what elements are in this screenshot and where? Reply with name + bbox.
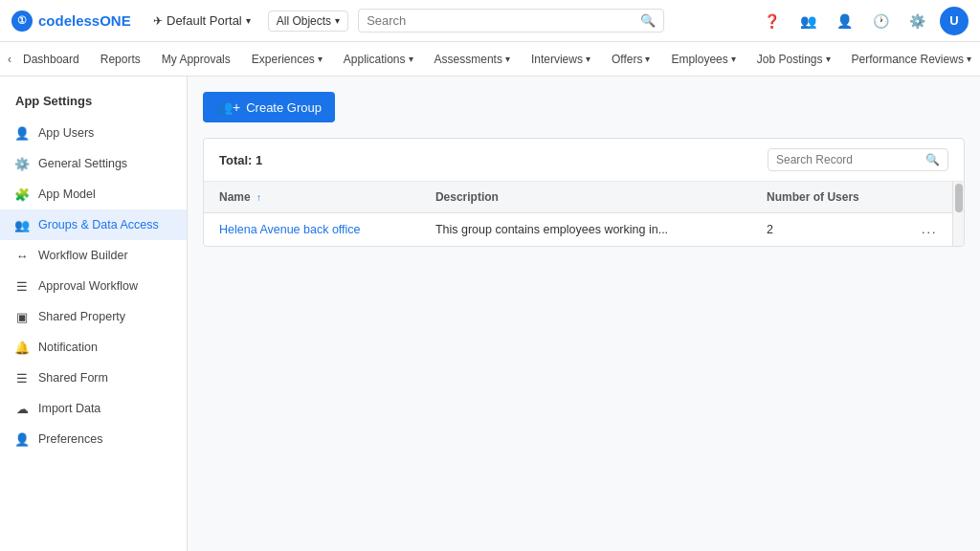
search-record-icon: 🔍 xyxy=(925,153,940,166)
second-nav: ‹ Dashboard Reports My Approvals Experie… xyxy=(0,42,980,77)
top-bar: ① codelessONE ✈ Default Portal ▾ All Obj… xyxy=(0,0,980,42)
group-name-link[interactable]: Helena Avenue back office xyxy=(219,223,361,236)
all-objects-dropdown[interactable]: All Objects ▾ xyxy=(268,11,348,32)
person-icon[interactable]: 👤 xyxy=(831,8,858,34)
cell-number-of-users: 2 xyxy=(751,213,906,247)
sidebar-item-app-model-label: App Model xyxy=(38,187,96,201)
sidebar-item-notification[interactable]: 🔔 Notification xyxy=(0,332,187,363)
main-layout: App Settings 👤 App Users ⚙️ General Sett… xyxy=(0,77,980,551)
create-group-button[interactable]: 👥+ Create Group xyxy=(203,92,335,122)
sidebar-item-app-model[interactable]: 🧩 App Model xyxy=(0,179,187,209)
sidebar-item-import-data[interactable]: ☁ Import Data xyxy=(0,393,187,424)
table-row: Helena Avenue back office This group con… xyxy=(204,213,964,247)
app-users-icon: 👤 xyxy=(13,124,31,142)
sidebar-item-workflow-builder-label: Workflow Builder xyxy=(38,249,128,262)
settings-icon[interactable]: ⚙️ xyxy=(903,8,930,34)
content-area: 👥+ Create Group Total: 1 🔍 Name xyxy=(188,77,980,551)
logo-icon: ① xyxy=(11,11,33,32)
nav-prev-button[interactable]: ‹ xyxy=(8,50,11,69)
nav-item-dashboard[interactable]: Dashboard xyxy=(13,47,89,72)
col-header-description: Description xyxy=(420,182,751,213)
help-icon[interactable]: ❓ xyxy=(758,8,785,34)
search-icon: 🔍 xyxy=(640,13,656,28)
sidebar-item-shared-property[interactable]: ▣ Shared Property xyxy=(0,301,187,332)
top-icons-group: ❓ 👥 👤 🕐 ⚙️ U xyxy=(758,7,969,35)
nav-item-reports[interactable]: Reports xyxy=(91,47,150,72)
sidebar-item-preferences[interactable]: 👤 Preferences xyxy=(0,424,187,454)
general-settings-icon: ⚙️ xyxy=(13,155,31,172)
nav-item-experiences[interactable]: Experiences xyxy=(242,47,332,72)
nav-item-job-postings[interactable]: Job Postings xyxy=(747,47,840,72)
users-icon[interactable]: 👥 xyxy=(794,8,821,34)
nav-item-employees[interactable]: Employees xyxy=(661,47,745,72)
global-search-bar[interactable]: 🔍 xyxy=(358,9,664,33)
sidebar-item-workflow-builder[interactable]: ↔ Workflow Builder xyxy=(0,240,187,271)
sidebar-item-groups-data-access[interactable]: 👥 Groups & Data Access xyxy=(0,209,187,240)
logo: ① codelessONE xyxy=(11,11,136,32)
shared-property-icon: ▣ xyxy=(13,308,31,325)
all-objects-chevron-icon: ▾ xyxy=(335,15,340,26)
groups-table: Name ↑ Description Number of Users xyxy=(204,182,964,246)
portal-selector[interactable]: ✈ Default Portal ▾ xyxy=(145,10,258,32)
scroll-thumb xyxy=(955,184,963,212)
logo-text: codelessONE xyxy=(38,12,131,29)
workflow-builder-icon: ↔ xyxy=(13,247,31,264)
sidebar-item-shared-property-label: Shared Property xyxy=(38,310,125,323)
table-scroll-wrapper: Name ↑ Description Number of Users xyxy=(204,182,964,246)
nav-item-assessments[interactable]: Assessments xyxy=(425,47,520,72)
shared-form-icon: ☰ xyxy=(13,369,31,386)
sort-icon-name[interactable]: ↑ xyxy=(256,192,261,203)
search-record-input[interactable] xyxy=(776,153,920,166)
table-body: Helena Avenue back office This group con… xyxy=(204,213,964,247)
portal-label: Default Portal xyxy=(167,13,242,28)
sidebar-item-approval-workflow-label: Approval Workflow xyxy=(38,279,138,293)
col-header-name: Name ↑ xyxy=(204,182,420,213)
sidebar-item-approval-workflow[interactable]: ☰ Approval Workflow xyxy=(0,271,187,301)
sidebar-item-groups-data-access-label: Groups & Data Access xyxy=(38,218,159,231)
total-count-label: Total: 1 xyxy=(219,153,262,167)
create-group-label: Create Group xyxy=(246,100,322,115)
sidebar-item-app-users[interactable]: 👤 App Users xyxy=(0,118,187,148)
nav-item-offers[interactable]: Offers xyxy=(602,47,659,72)
notification-icon: 🔔 xyxy=(13,339,31,356)
import-data-icon: ☁ xyxy=(13,400,31,417)
sidebar: App Settings 👤 App Users ⚙️ General Sett… xyxy=(0,77,188,551)
groups-table-card: Total: 1 🔍 Name ↑ D xyxy=(203,138,965,247)
all-objects-label: All Objects xyxy=(277,14,331,28)
col-header-number-of-users: Number of Users xyxy=(751,182,906,213)
create-group-icon: 👥+ xyxy=(216,99,240,115)
sidebar-item-shared-form[interactable]: ☰ Shared Form xyxy=(0,363,187,393)
global-search-input[interactable] xyxy=(367,13,635,28)
portal-dropdown-icon: ▾ xyxy=(246,15,251,26)
sidebar-item-notification-label: Notification xyxy=(38,341,98,354)
nav-item-my-approvals[interactable]: My Approvals xyxy=(152,47,240,72)
cell-description: This group contains employees working in… xyxy=(420,213,751,247)
sidebar-item-app-users-label: App Users xyxy=(38,126,94,140)
app-model-icon: 🧩 xyxy=(13,186,31,203)
table-scrollbar[interactable] xyxy=(952,182,964,246)
preferences-icon: 👤 xyxy=(13,430,31,448)
table-head: Name ↑ Description Number of Users xyxy=(204,182,964,213)
groups-data-access-icon: 👥 xyxy=(13,216,31,233)
sidebar-item-shared-form-label: Shared Form xyxy=(38,371,108,385)
table-header-row: Total: 1 🔍 xyxy=(204,139,964,182)
avatar[interactable]: U xyxy=(940,7,969,35)
sidebar-item-preferences-label: Preferences xyxy=(38,432,102,446)
search-record-box[interactable]: 🔍 xyxy=(768,148,948,171)
sidebar-item-import-data-label: Import Data xyxy=(38,402,100,415)
sidebar-title: App Settings xyxy=(0,88,187,118)
approval-workflow-icon: ☰ xyxy=(13,277,31,295)
cell-name: Helena Avenue back office xyxy=(204,213,420,247)
table-header-columns: Name ↑ Description Number of Users xyxy=(204,182,964,213)
nav-item-performance-reviews[interactable]: Performance Reviews xyxy=(842,47,981,72)
nav-item-interviews[interactable]: Interviews xyxy=(522,47,600,72)
nav-item-applications[interactable]: Applications xyxy=(334,47,423,72)
sidebar-item-general-settings[interactable]: ⚙️ General Settings xyxy=(0,148,187,179)
sidebar-item-general-settings-label: General Settings xyxy=(38,157,127,170)
history-icon[interactable]: 🕐 xyxy=(867,8,894,34)
